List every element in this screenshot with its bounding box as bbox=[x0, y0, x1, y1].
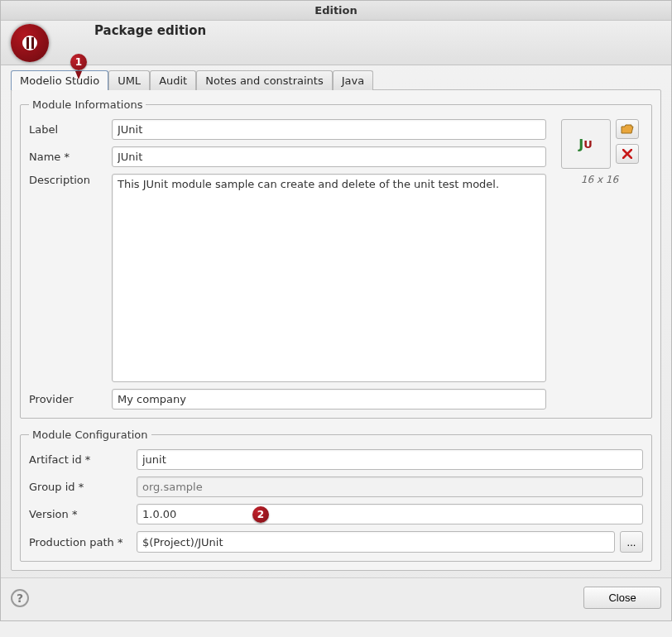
app-logo-icon bbox=[11, 24, 49, 62]
tab-notes-constraints[interactable]: Notes and constraints bbox=[196, 70, 333, 90]
ellipsis-icon: ... bbox=[627, 536, 636, 548]
tab-modelio-studio[interactable]: Modelio Studio bbox=[11, 70, 108, 90]
artifact-id-label: Artifact id * bbox=[29, 453, 137, 466]
icon-preview-box: JU bbox=[561, 119, 611, 169]
x-icon bbox=[622, 149, 632, 159]
dialog-window: Edition Package edition 1 Modelio Studio… bbox=[0, 0, 672, 621]
production-path-browse-button[interactable]: ... bbox=[620, 531, 643, 553]
help-button[interactable]: ? bbox=[11, 589, 29, 607]
version-label: Version * bbox=[29, 508, 137, 520]
label-input[interactable] bbox=[112, 119, 546, 140]
icon-preview-caption: 16 x 16 bbox=[581, 174, 618, 185]
icon-preview-u: U bbox=[583, 138, 593, 151]
version-input[interactable] bbox=[137, 504, 643, 524]
window-titlebar: Edition bbox=[1, 1, 671, 21]
module-configuration-group: Module Configuration Artifact id * Group… bbox=[20, 429, 652, 562]
description-field-label: Description bbox=[29, 174, 112, 186]
folder-open-icon bbox=[621, 124, 634, 134]
dialog-header: Package edition bbox=[1, 21, 671, 65]
name-input[interactable] bbox=[112, 146, 546, 167]
close-button[interactable]: Close bbox=[583, 587, 661, 609]
tab-java[interactable]: Java bbox=[333, 70, 373, 90]
description-textarea[interactable]: This JUnit module sample can create and … bbox=[112, 174, 546, 382]
name-field-label: Name * bbox=[29, 151, 112, 163]
production-path-label: Production path * bbox=[29, 536, 137, 548]
provider-input[interactable] bbox=[112, 389, 546, 410]
dialog-content: 1 Modelio Studio UML Audit Notes and con… bbox=[1, 65, 671, 577]
module-informations-group: Module Informations Label Name * Descrip… bbox=[20, 98, 652, 419]
artifact-id-input[interactable] bbox=[137, 449, 643, 470]
module-informations-legend: Module Informations bbox=[29, 98, 146, 111]
window-title: Edition bbox=[314, 4, 358, 17]
tab-bar: 1 Modelio Studio UML Audit Notes and con… bbox=[7, 65, 665, 90]
tab-audit[interactable]: Audit bbox=[150, 70, 196, 90]
dialog-footer: ? Close bbox=[1, 577, 671, 620]
group-id-input[interactable] bbox=[137, 477, 643, 497]
module-configuration-legend: Module Configuration bbox=[29, 429, 151, 441]
production-path-input[interactable] bbox=[137, 531, 615, 553]
provider-field-label: Provider bbox=[29, 393, 112, 405]
label-field-label: Label bbox=[29, 123, 112, 136]
page-title: Package edition bbox=[94, 23, 206, 38]
tab-uml[interactable]: UML bbox=[108, 70, 150, 90]
tab-page-modelio-studio: Module Informations Label Name * Descrip… bbox=[11, 89, 661, 571]
group-id-label: Group id * bbox=[29, 481, 137, 493]
question-icon: ? bbox=[17, 592, 23, 605]
remove-icon-button[interactable] bbox=[616, 144, 639, 164]
browse-icon-button[interactable] bbox=[616, 119, 639, 139]
